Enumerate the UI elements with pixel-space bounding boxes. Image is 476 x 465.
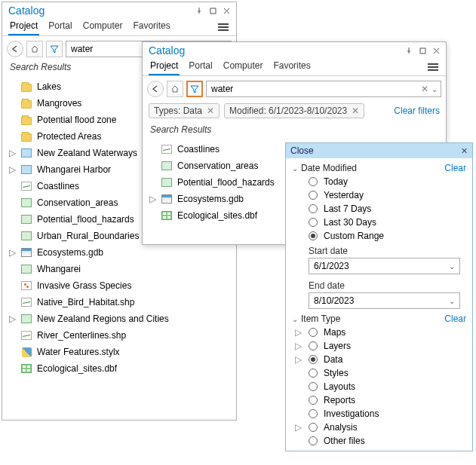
expand-icon[interactable]: ▷ — [295, 422, 302, 433]
radio-icon — [309, 231, 318, 240]
expand-icon[interactable]: ▷ — [8, 312, 16, 326]
search-results-header: Search Results — [143, 123, 446, 139]
folder-icon — [20, 114, 32, 126]
home-icon[interactable] — [26, 41, 43, 57]
filter-icon[interactable] — [46, 41, 63, 57]
tbl-icon — [161, 210, 173, 222]
option-label: Today — [324, 176, 348, 187]
type-option[interactable]: ▷Data — [292, 353, 466, 366]
tab-favorites[interactable]: Favorites — [272, 59, 312, 75]
result-item[interactable]: ▷New Zealand Regions and Cities — [5, 311, 233, 327]
svg-rect-0 — [210, 8, 216, 14]
result-item[interactable]: Water Features.stylx — [5, 344, 233, 360]
date-option[interactable]: Yesterday — [292, 188, 466, 202]
result-label: Coastlines — [177, 142, 220, 156]
expand-icon[interactable]: ▷ — [8, 163, 16, 176]
tab-portal[interactable]: Portal — [187, 59, 213, 75]
expand-icon[interactable]: ▷ — [295, 354, 302, 365]
maximize-icon[interactable] — [207, 5, 218, 16]
result-item[interactable]: Native_Bird_Habitat.shp — [5, 294, 233, 311]
chip-label: Modified: 6/1/2023-8/10/2023 — [229, 106, 347, 116]
type-option[interactable]: Other files — [292, 434, 466, 448]
type-option[interactable]: Layouts — [292, 380, 466, 393]
close-icon[interactable] — [431, 45, 441, 56]
end-date-input[interactable]: 8/10/2023⌄ — [309, 292, 460, 309]
filter-chip-types[interactable]: Types: Data✕ — [149, 103, 220, 118]
clear-search-icon[interactable]: ✕ — [421, 84, 428, 94]
search-box[interactable]: ✕ ⌄ — [206, 81, 441, 97]
result-label: Conservation_areas — [37, 196, 118, 210]
option-label: Other files — [324, 436, 365, 446]
filter-chip-modified[interactable]: Modified: 6/1/2023-8/10/2023✕ — [224, 103, 364, 118]
tab-project[interactable]: Project — [149, 59, 180, 75]
clear-filters-link[interactable]: Clear filters — [394, 106, 440, 116]
start-date-input[interactable]: 6/1/2023⌄ — [309, 258, 460, 274]
type-option[interactable]: Reports — [292, 393, 466, 407]
result-label: Invasive Grass Species — [37, 279, 131, 292]
expand-icon[interactable]: ▷ — [8, 246, 16, 259]
back-button[interactable] — [7, 41, 23, 57]
poly-icon — [161, 160, 173, 172]
search-dropdown-icon[interactable]: ⌄ — [431, 85, 438, 93]
tab-project[interactable]: Project — [8, 19, 39, 35]
radio-icon — [309, 177, 318, 186]
result-item[interactable]: Whangarei — [5, 261, 233, 277]
expand-icon[interactable]: ▷ — [295, 341, 302, 351]
type-option[interactable]: Styles — [292, 366, 466, 380]
maximize-icon[interactable] — [417, 45, 428, 56]
type-option[interactable]: ▷Maps — [292, 326, 466, 339]
date-option[interactable]: Last 30 Days — [292, 216, 466, 229]
result-item[interactable]: Invasive Grass Species — [5, 277, 233, 294]
filter-close-label[interactable]: Close — [290, 145, 314, 156]
date-option[interactable]: Custom Range — [292, 229, 466, 243]
type-option[interactable]: ▷Analysis — [292, 421, 466, 434]
chip-remove-icon[interactable]: ✕ — [352, 106, 359, 116]
tab-favorites[interactable]: Favorites — [131, 19, 171, 35]
result-item[interactable]: River_Centerlines.shp — [5, 327, 233, 344]
type-option[interactable]: ▷Layers — [292, 339, 466, 353]
back-button[interactable] — [147, 81, 164, 97]
result-item[interactable]: Ecological_sites.dbf — [5, 360, 233, 377]
tab-computer[interactable]: Computer — [222, 59, 265, 75]
line-icon — [20, 180, 32, 192]
pin-icon[interactable] — [194, 5, 204, 16]
menu-icon[interactable] — [426, 59, 440, 75]
search-input[interactable] — [210, 82, 418, 96]
radio-icon — [309, 328, 318, 337]
filter-icon[interactable] — [186, 81, 203, 97]
date-option[interactable]: Today — [292, 175, 466, 188]
radio-icon — [309, 204, 318, 213]
expand-icon[interactable]: ▷ — [8, 146, 16, 160]
chevron-down-icon: ⌄ — [449, 297, 455, 305]
expand-icon[interactable]: ▷ — [295, 327, 302, 338]
result-item[interactable]: ▷Ecosystems.gdb — [5, 244, 233, 261]
radio-icon — [309, 436, 318, 445]
tab-portal[interactable]: Portal — [47, 19, 73, 35]
pin-icon[interactable] — [404, 45, 414, 56]
chevron-down-icon[interactable]: ⌄ — [292, 315, 298, 323]
home-icon[interactable] — [167, 81, 183, 97]
expand-icon[interactable]: ▷ — [149, 192, 156, 206]
option-label: Investigations — [324, 408, 379, 419]
chevron-down-icon[interactable]: ⌄ — [292, 164, 298, 173]
end-date-label: End date — [292, 277, 466, 292]
clear-type-link[interactable]: Clear — [444, 314, 466, 324]
chip-remove-icon[interactable]: ✕ — [207, 106, 214, 116]
tab-bar: Project Portal Computer Favorites — [2, 17, 236, 36]
close-icon[interactable]: ✕ — [461, 146, 468, 156]
section-date-modified[interactable]: Date Modified — [301, 163, 357, 173]
option-label: Analysis — [324, 422, 358, 433]
tab-computer[interactable]: Computer — [81, 19, 124, 35]
type-option[interactable]: Investigations — [292, 407, 466, 421]
section-item-type[interactable]: Item Type — [301, 314, 340, 324]
option-label: Custom Range — [324, 231, 384, 241]
poly-icon — [161, 176, 173, 188]
close-icon[interactable] — [221, 5, 232, 16]
date-option[interactable]: Last 7 Days — [292, 202, 466, 216]
clear-date-link[interactable]: Clear — [444, 163, 466, 173]
radio-icon — [309, 369, 318, 378]
result-label: Potential_flood_hazards — [177, 176, 275, 189]
option-label: Yesterday — [324, 190, 364, 200]
menu-icon[interactable] — [217, 19, 230, 35]
panel-title: Catalog — [149, 44, 185, 57]
